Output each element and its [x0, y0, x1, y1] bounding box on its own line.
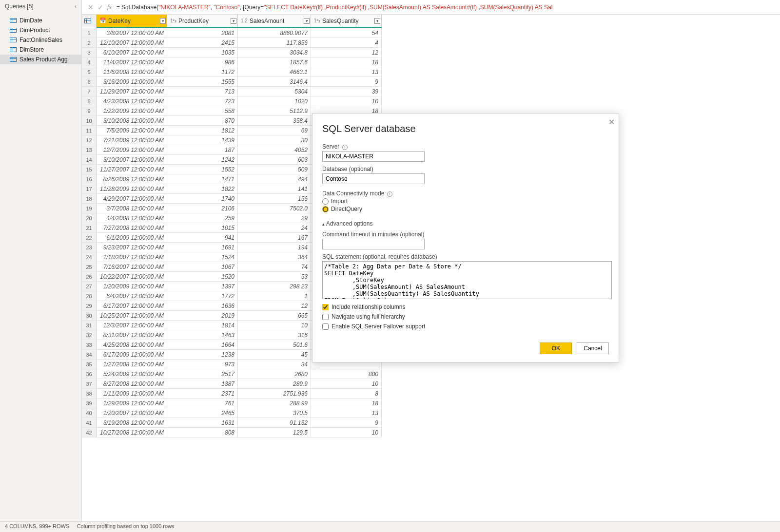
cell: 10 — [238, 321, 311, 330]
filter-icon[interactable]: ▾ — [231, 18, 236, 24]
sql-textarea[interactable] — [322, 261, 612, 299]
row-number: 13 — [82, 145, 97, 155]
table-row[interactable]: 711/29/2007 12:00:00 AM713530439 — [82, 87, 382, 96]
table-row[interactable]: 13/8/2007 12:00:00 AM20818860.907754 — [82, 28, 382, 38]
row-number: 16 — [82, 174, 97, 184]
row-number: 9 — [82, 106, 97, 116]
row-number: 10 — [82, 116, 97, 126]
table-row[interactable]: 378/27/2008 12:00:00 AM1387289.910 — [82, 379, 382, 389]
database-input[interactable] — [322, 173, 425, 184]
cell: 3/10/2007 12:00:00 AM — [97, 155, 167, 165]
collapse-icon[interactable]: ‹ — [75, 3, 77, 10]
sql-label: SQL statement (optional, requires databa… — [322, 253, 609, 260]
table-row[interactable]: 63/16/2009 12:00:00 AM15553146.49 — [82, 77, 382, 87]
row-number: 25 — [82, 262, 97, 272]
cancel-button[interactable]: Cancel — [577, 342, 609, 354]
info-icon[interactable]: i — [387, 191, 392, 197]
cell: 187 — [167, 145, 238, 155]
cell: 1822 — [167, 184, 238, 194]
table-row[interactable]: 413/19/2008 12:00:00 AM163191.1529 — [82, 418, 382, 428]
sidebar-item[interactable]: FactOnlineSales — [0, 35, 81, 45]
table-row[interactable]: 4210/27/2008 12:00:00 AM808129.510 — [82, 428, 382, 437]
ok-button[interactable]: OK — [540, 342, 572, 354]
chk-failover[interactable]: Enable SQL Server Failover support — [322, 323, 609, 330]
cell: 2465 — [167, 408, 238, 418]
cell: 13 — [311, 408, 382, 418]
cell: 11/28/2009 12:00:00 AM — [97, 184, 167, 194]
table-row[interactable]: 401/20/2007 12:00:00 AM2465370.513 — [82, 408, 382, 418]
cell: 1772 — [167, 291, 238, 301]
cell: 1172 — [167, 67, 238, 77]
radio-directquery[interactable]: DirectQuery — [322, 206, 609, 212]
table-row[interactable]: 411/4/2007 12:00:00 AM9861857.618 — [82, 57, 382, 67]
table-icon — [10, 57, 17, 62]
cancel-icon[interactable]: ✕ — [86, 3, 96, 11]
table-row[interactable]: 212/10/2007 12:00:00 AM2415117.8564 — [82, 38, 382, 48]
timeout-input[interactable] — [322, 239, 425, 249]
filter-icon[interactable]: ▾ — [374, 18, 380, 24]
cell: 6/4/2007 12:00:00 AM — [97, 291, 167, 301]
table-row[interactable]: 365/24/2009 12:00:00 AM25172680800 — [82, 369, 382, 379]
filter-icon[interactable]: ▾ — [160, 18, 166, 24]
cell: 4/29/2007 12:00:00 AM — [97, 194, 167, 204]
chk-navigate[interactable]: Navigate using full hierarchy — [322, 313, 609, 320]
cell: 54 — [311, 28, 382, 38]
advanced-toggle[interactable]: Advanced options — [322, 220, 609, 227]
server-input[interactable] — [322, 151, 425, 162]
cell: 370.5 — [238, 408, 311, 418]
cell: 6/17/2009 12:00:00 AM — [97, 350, 167, 360]
cell: 12/3/2007 12:00:00 AM — [97, 321, 167, 330]
cell: 2680 — [238, 369, 311, 379]
sidebar-item[interactable]: DimProduct — [0, 25, 81, 35]
cell: 3/7/2008 12:00:00 AM — [97, 204, 167, 213]
col-datekey[interactable]: 📅 DateKey ▾ — [97, 15, 167, 27]
queries-list: DimDateDimProductFactOnlineSalesDimStore… — [0, 13, 81, 64]
commit-icon[interactable]: ✓ — [96, 3, 105, 11]
sidebar-item[interactable]: DimDate — [0, 16, 81, 25]
cell: 9 — [311, 418, 382, 428]
row-number: 26 — [82, 272, 97, 282]
row-number: 23 — [82, 243, 97, 252]
row-number: 35 — [82, 360, 97, 369]
chk-relationship[interactable]: Include relationship columns — [322, 304, 609, 310]
cell: 3146.4 — [238, 77, 311, 87]
row-number: 11 — [82, 126, 97, 135]
table-icon — [10, 47, 17, 52]
fx-icon[interactable]: fx — [107, 3, 112, 11]
table-row[interactable]: 381/11/2009 12:00:00 AM23712751.9368 — [82, 389, 382, 399]
status-bar: 4 COLUMNS, 999+ ROWS Column profiling ba… — [0, 521, 780, 532]
col-salesamount[interactable]: 1.2 SalesAmount ▾ — [238, 15, 311, 27]
table-row[interactable]: 511/6/2008 12:00:00 AM11724663.113 — [82, 67, 382, 77]
row-number: 41 — [82, 418, 97, 428]
col-salesquantity[interactable]: 1²₃ SalesQuantity ▾ — [311, 15, 382, 27]
formula-text[interactable]: = Sql.Database("NIKOLA-MASTER", "Contoso… — [117, 4, 553, 11]
cell: 4663.1 — [238, 67, 311, 77]
filter-icon[interactable]: ▾ — [304, 18, 310, 24]
cell: 8860.9077 — [238, 28, 311, 38]
close-icon[interactable]: ✕ — [608, 117, 615, 127]
cell: 1/11/2009 12:00:00 AM — [97, 389, 167, 399]
cell: 1463 — [167, 330, 238, 340]
cell: 3/8/2007 12:00:00 AM — [97, 28, 167, 38]
cell: 7/16/2007 12:00:00 AM — [97, 262, 167, 272]
table-icon[interactable] — [82, 15, 97, 27]
cell: 69 — [238, 126, 311, 135]
cell: 494 — [238, 174, 311, 184]
cell: 3/10/2008 12:00:00 AM — [97, 116, 167, 126]
col-productkey[interactable]: 1²₃ ProductKey ▾ — [167, 15, 238, 27]
table-row[interactable]: 391/29/2009 12:00:00 AM761288.9918 — [82, 399, 382, 408]
sidebar-item[interactable]: DimStore — [0, 45, 81, 55]
cell: 1857.6 — [238, 57, 311, 67]
row-number: 2 — [82, 38, 97, 48]
cell: 1439 — [167, 135, 238, 145]
radio-import[interactable]: Import — [322, 198, 609, 205]
cell: 2106 — [167, 204, 238, 213]
table-row[interactable]: 84/23/2008 12:00:00 AM723102010 — [82, 96, 382, 106]
sidebar-item-label: DimProduct — [20, 27, 50, 34]
table-row[interactable]: 36/10/2007 12:00:00 AM10353034.812 — [82, 48, 382, 57]
cell: 5304 — [238, 87, 311, 96]
sidebar-item[interactable]: Sales Product Agg — [0, 55, 81, 64]
info-icon[interactable]: i — [342, 145, 348, 150]
cell: 1812 — [167, 126, 238, 135]
row-number: 33 — [82, 340, 97, 350]
